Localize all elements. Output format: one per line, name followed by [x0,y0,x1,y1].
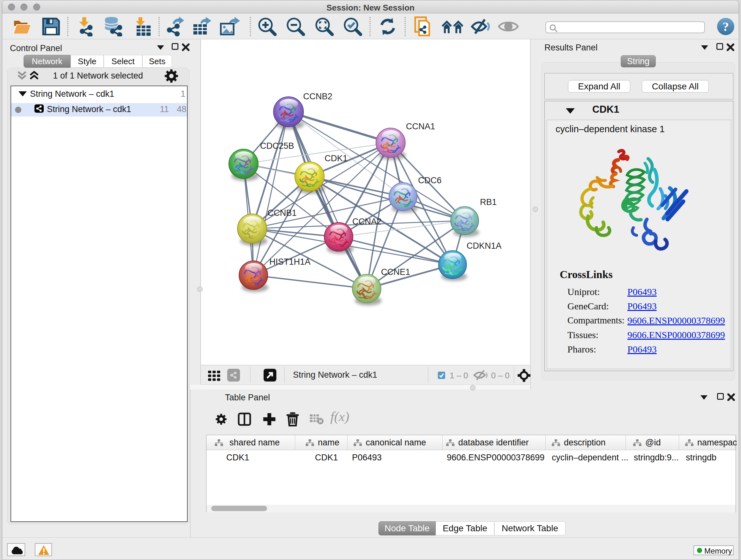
svg-text:CDC6: CDC6 [418,176,442,185]
svg-text:CCNA2: CCNA2 [352,217,382,226]
svg-text:RB1: RB1 [480,197,497,207]
svg-text:CDKN1A: CDKN1A [467,241,502,251]
svg-text:CCNE1: CCNE1 [381,267,410,277]
svg-text:CCNB1: CCNB1 [267,208,297,218]
svg-text:?: ? [723,19,729,34]
svg-text:HIST1H1A: HIST1H1A [269,257,311,266]
svg-text:CDK1: CDK1 [325,153,347,163]
svg-text:CCNB2: CCNB2 [303,91,333,101]
svg-text:CDC25B: CDC25B [260,141,294,151]
svg-text:CCNA1: CCNA1 [406,122,435,131]
